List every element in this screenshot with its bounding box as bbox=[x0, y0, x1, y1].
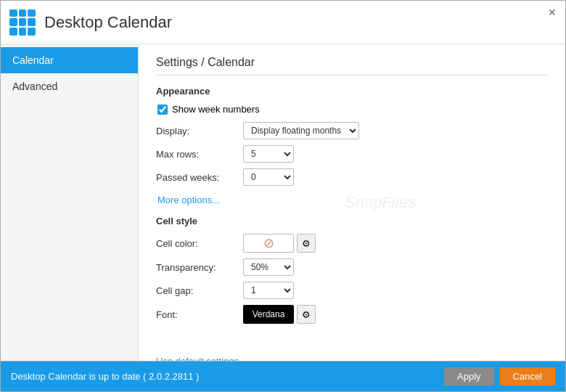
max-rows-select[interactable]: 123456 bbox=[243, 145, 294, 163]
show-week-numbers-row: Show week numbers bbox=[157, 104, 548, 115]
display-label: Display: bbox=[156, 126, 243, 136]
cell-color-gear-button[interactable]: ⚙ bbox=[297, 234, 316, 253]
more-options-link[interactable]: More options... bbox=[157, 195, 220, 205]
main-content: Calendar Advanced Settings / Calendar Ap… bbox=[1, 44, 565, 361]
gear-icon: ⚙ bbox=[302, 309, 311, 320]
bottom-bar: Desktop Calendar is up to date ( 2.0.2.2… bbox=[1, 361, 565, 391]
logo-cell bbox=[9, 18, 17, 26]
display-row: Display: Display floating months Display… bbox=[156, 122, 548, 139]
transparency-select[interactable]: 0%25%50%75%100% bbox=[243, 258, 294, 276]
transparency-control: 0%25%50%75%100% bbox=[243, 258, 294, 276]
logo-cell bbox=[9, 28, 17, 36]
gear-icon: ⚙ bbox=[302, 238, 311, 249]
cell-color-row: Cell color: ⊘ ⚙ bbox=[156, 234, 548, 253]
cell-color-button[interactable]: ⊘ bbox=[243, 234, 294, 253]
app-logo bbox=[9, 9, 36, 36]
sidebar: Calendar Advanced bbox=[1, 44, 139, 361]
sidebar-item-advanced[interactable]: Advanced bbox=[1, 73, 138, 99]
sidebar-item-calendar[interactable]: Calendar bbox=[1, 47, 138, 73]
cell-color-control: ⊘ ⚙ bbox=[243, 234, 316, 253]
logo-cell bbox=[9, 9, 17, 17]
cell-style-section-label: Cell style bbox=[156, 216, 548, 226]
font-gear-button[interactable]: ⚙ bbox=[297, 305, 316, 324]
show-week-numbers-checkbox[interactable] bbox=[157, 105, 168, 115]
close-button[interactable]: ✕ bbox=[546, 7, 558, 18]
watermark: SnapFiles bbox=[345, 193, 416, 212]
font-label: Font: bbox=[156, 309, 243, 320]
logo-cell bbox=[28, 28, 36, 36]
sidebar-item-label: Calendar bbox=[12, 54, 54, 66]
sidebar-item-label: Advanced bbox=[12, 81, 57, 92]
apply-button[interactable]: Apply bbox=[444, 367, 494, 385]
no-entry-icon: ⊘ bbox=[263, 235, 274, 251]
main-window: Desktop Calendar ✕ Calendar Advanced Set… bbox=[0, 0, 566, 392]
status-text: Desktop Calendar is up to date ( 2.0.2.2… bbox=[11, 371, 444, 382]
passed-weeks-label: Passed weeks: bbox=[156, 172, 243, 183]
page-title: Settings / Calendar bbox=[156, 56, 548, 75]
cell-color-label: Cell color: bbox=[156, 238, 243, 249]
font-row: Font: Verdana ⚙ bbox=[156, 305, 548, 324]
cancel-button[interactable]: Cancel bbox=[500, 367, 555, 385]
cell-gap-select[interactable]: 012345 bbox=[243, 282, 294, 299]
use-default-link[interactable]: Use default settings bbox=[156, 356, 239, 361]
cell-gap-row: Cell gap: 012345 bbox=[156, 282, 548, 299]
appearance-section-label: Appearance bbox=[156, 86, 548, 97]
logo-cell bbox=[19, 9, 27, 17]
app-title: Desktop Calendar bbox=[44, 13, 172, 32]
display-select[interactable]: Display floating months Display fixed mo… bbox=[243, 122, 359, 139]
passed-weeks-control: 01234 bbox=[243, 168, 294, 186]
cell-style-section: Cell style Cell color: ⊘ ⚙ Transparency: bbox=[156, 216, 548, 324]
title-bar: Desktop Calendar ✕ bbox=[1, 1, 565, 44]
transparency-label: Transparency: bbox=[156, 262, 243, 273]
display-control: Display floating months Display fixed mo… bbox=[243, 122, 359, 139]
logo-cell bbox=[28, 18, 36, 26]
transparency-row: Transparency: 0%25%50%75%100% bbox=[156, 258, 548, 276]
logo-cell bbox=[19, 18, 27, 26]
font-display-button[interactable]: Verdana bbox=[243, 305, 294, 324]
font-control: Verdana ⚙ bbox=[243, 305, 316, 324]
max-rows-label: Max rows: bbox=[156, 149, 243, 160]
passed-weeks-row: Passed weeks: 01234 bbox=[156, 168, 548, 186]
content-area: Settings / Calendar Appearance Show week… bbox=[139, 44, 565, 361]
max-rows-row: Max rows: 123456 bbox=[156, 145, 548, 163]
show-week-numbers-label: Show week numbers bbox=[172, 104, 260, 115]
logo-cell bbox=[28, 9, 36, 17]
max-rows-control: 123456 bbox=[243, 145, 294, 163]
cell-gap-label: Cell gap: bbox=[156, 285, 243, 296]
logo-cell bbox=[19, 28, 27, 36]
cell-gap-control: 012345 bbox=[243, 282, 294, 299]
passed-weeks-select[interactable]: 01234 bbox=[243, 168, 294, 186]
